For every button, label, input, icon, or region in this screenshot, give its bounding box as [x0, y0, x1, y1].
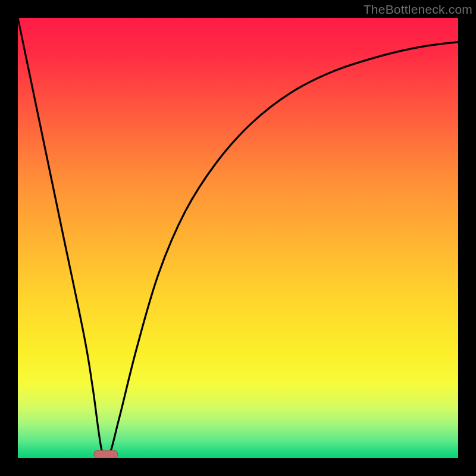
plot-area: [18, 18, 458, 458]
bottleneck-curve: [18, 18, 458, 458]
optimum-marker: [94, 450, 118, 458]
chart-svg: [18, 18, 458, 458]
watermark-text: TheBottleneck.com: [364, 2, 472, 17]
chart-frame: TheBottleneck.com: [0, 0, 476, 476]
